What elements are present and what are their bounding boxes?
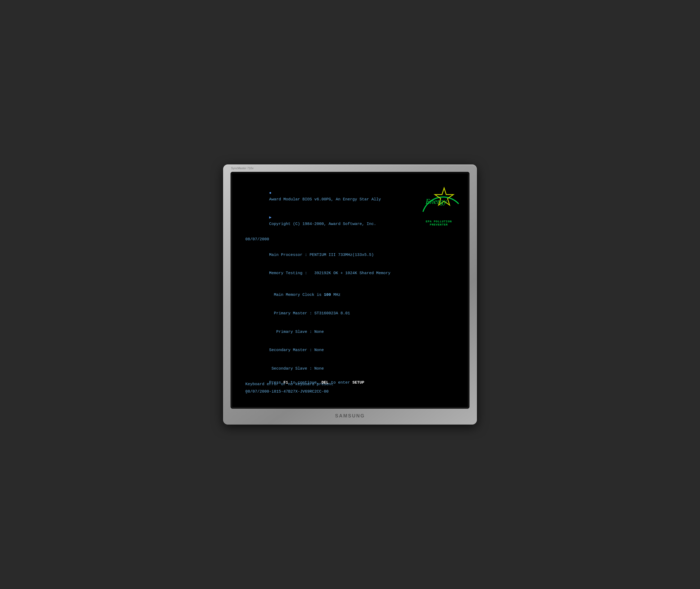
monitor: SyncMaster 710v Energy EPA POLLUTION PRE… — [223, 164, 477, 425]
bios-bottom-section: Press F1 to continue, DEL to enter SETUP… — [245, 376, 364, 394]
energy-star-text: EPA POLLUTION PREVENTER — [418, 220, 460, 226]
energy-star-logo: Energy EPA POLLUTION PREVENTER — [418, 181, 460, 226]
bios-date: 08/07/2000 — [245, 236, 455, 242]
bios-secondary-slave-line: Secondary Slave : None — [245, 360, 455, 378]
svg-text:Energy: Energy — [425, 197, 447, 205]
bios-pm-label: Primary Master — [274, 311, 307, 316]
bios-clock-indent — [269, 292, 274, 297]
bios-processor-label: Main Processor — [269, 253, 302, 257]
monitor-brand: SAMSUNG — [335, 413, 365, 419]
spacer2 — [245, 242, 455, 246]
bios-clock-value: 100 — [324, 292, 331, 297]
bios-sm-label: Secondary Master — [269, 348, 307, 352]
bios-clock-unit — [331, 292, 333, 297]
bios-press-text3: to enter — [328, 380, 353, 385]
bios-setup-key: SETUP — [353, 380, 364, 385]
bios-memory-value: 392192K OK + 1024K Shared Memory — [314, 271, 391, 275]
bios-colon1: : — [302, 253, 309, 257]
bios-ss-colon: : — [307, 366, 314, 371]
bios-ss-value: None — [314, 366, 324, 371]
bios-screen: Energy EPA POLLUTION PREVENTER ● Award M… — [232, 173, 468, 407]
bios-pm-indent — [269, 311, 274, 316]
bios-ss-indent — [269, 366, 271, 371]
bios-primary-master-line: Primary Master : ST3160023A 8.01 — [245, 304, 455, 323]
bios-ps-label: Primary Slave — [276, 330, 307, 334]
bios-press-f1-line1: Press F1 to continue, DEL to enter SETUP — [245, 376, 364, 389]
bios-f1-key: F1 — [283, 380, 288, 385]
bios-person-icon: ● — [269, 191, 271, 195]
bios-clock-unit-text: MHz — [333, 292, 340, 297]
bios-title-line2: Copyright (C) 1984-2000, Award Software,… — [269, 222, 376, 226]
bios-ps-value: None — [314, 330, 324, 334]
bios-clock-space — [321, 292, 324, 297]
bios-build-string: 08/07/2000-i815-47B27X-JV69RC2CC-00 — [245, 389, 364, 394]
bios-primary-slave-line: Primary Slave : None — [245, 323, 455, 341]
monitor-model-label: SyncMaster 710v — [231, 167, 253, 170]
bios-press-text1: Press — [269, 380, 283, 385]
bios-sm-value: None — [314, 348, 324, 352]
bios-clock-label: Main Memory Clock is — [274, 292, 321, 297]
bios-arrow-icon: ► — [269, 215, 271, 220]
bios-pm-value: ST3160023A 8.01 — [314, 311, 350, 316]
bios-colon2: : — [302, 271, 314, 275]
bios-pm-colon: : — [307, 311, 314, 316]
bios-ps-indent — [269, 330, 276, 334]
bios-title-line1: Award Modular BIOS v6.00PG, An Energy St… — [269, 197, 381, 202]
bios-memory-line: Memory Testing : 392192K OK + 1024K Shar… — [245, 264, 455, 282]
bios-memory-label: Memory Testing — [269, 271, 302, 275]
spacer1 — [245, 233, 455, 236]
bios-processor-line: Main Processor : PENTIUM III 733MHz(133x… — [245, 246, 455, 264]
bios-del-key: DEL — [321, 380, 328, 385]
monitor-bezel: Energy EPA POLLUTION PREVENTER ● Award M… — [231, 172, 469, 409]
bios-press-text2: to continue, — [288, 380, 321, 385]
bios-ss-label: Secondary Slave — [271, 366, 307, 371]
bios-ps-colon: : — [307, 330, 314, 334]
spacer3 — [245, 282, 455, 286]
bios-processor-value: PENTIUM III 733MHz(133x5.5) — [309, 253, 374, 257]
bios-clock-line: Main Memory Clock is 100 MHz — [245, 286, 455, 304]
bios-secondary-master-line: Secondary Master : None — [245, 341, 455, 360]
bios-sm-colon: : — [307, 348, 314, 352]
